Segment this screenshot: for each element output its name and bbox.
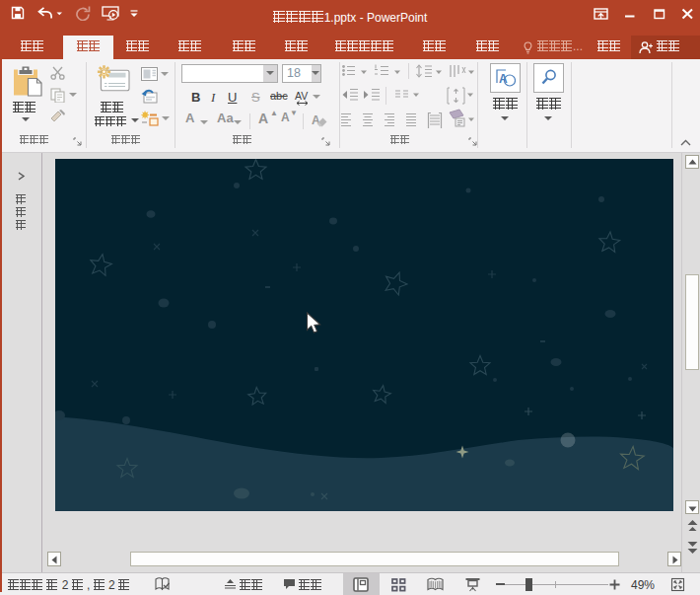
svg-text:A: A — [499, 72, 508, 86]
